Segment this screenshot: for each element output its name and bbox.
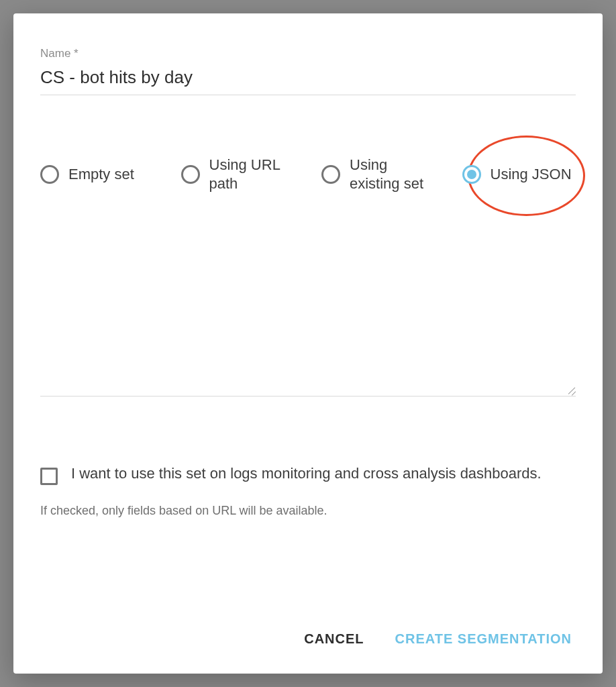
- radio-icon: [321, 165, 340, 184]
- radio-option-empty-set[interactable]: Empty set: [40, 156, 154, 193]
- radio-label: Empty set: [68, 165, 134, 184]
- checkbox-icon: [40, 468, 58, 485]
- checkbox-helper-text: If checked, only fields based on URL wil…: [40, 504, 576, 518]
- create-segmentation-dialog: Name * Empty set Using URL path Using ex…: [13, 13, 603, 674]
- json-textarea[interactable]: [40, 209, 576, 396]
- dialog-actions: Cancel Create Segmentation: [40, 598, 576, 653]
- radio-option-existing-set[interactable]: Using existing set: [321, 156, 435, 193]
- radio-icon: [40, 165, 59, 184]
- radio-icon: [462, 165, 481, 184]
- radio-icon: [181, 165, 200, 184]
- checkbox-label: I want to use this set on logs monitorin…: [71, 464, 542, 484]
- radio-option-using-json[interactable]: Using JSON: [462, 156, 576, 193]
- cancel-button[interactable]: Cancel: [300, 625, 368, 653]
- radio-label: Using existing set: [350, 156, 435, 193]
- json-textarea-container: [40, 209, 576, 397]
- source-type-radio-group: Empty set Using URL path Using existing …: [40, 156, 576, 193]
- logs-monitoring-checkbox-row[interactable]: I want to use this set on logs monitorin…: [40, 464, 576, 485]
- name-field-label: Name *: [40, 47, 576, 60]
- name-input[interactable]: [40, 64, 576, 95]
- radio-label: Using URL path: [209, 156, 295, 193]
- radio-option-url-path[interactable]: Using URL path: [181, 156, 295, 193]
- radio-label: Using JSON: [491, 165, 572, 184]
- create-segmentation-button[interactable]: Create Segmentation: [391, 625, 576, 653]
